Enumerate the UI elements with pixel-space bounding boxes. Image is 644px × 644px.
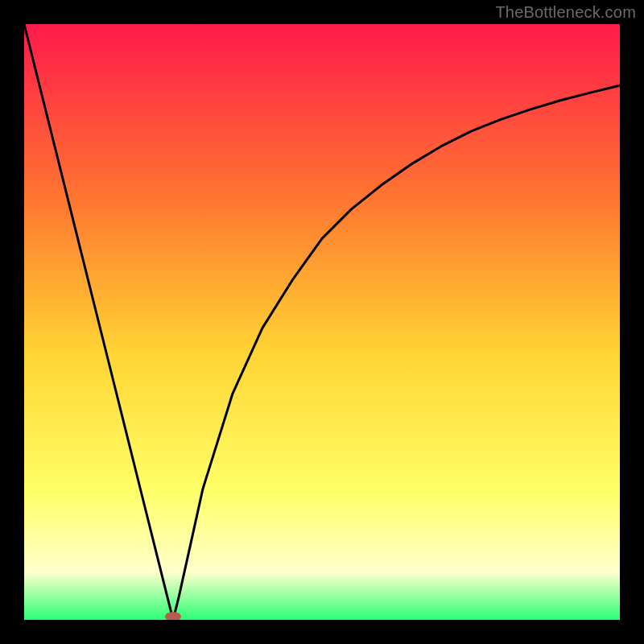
chart-frame: TheBottleneck.com	[0, 0, 644, 644]
gradient-background	[24, 24, 620, 620]
chart-svg	[24, 24, 620, 620]
plot-area	[24, 24, 620, 620]
attribution-label: TheBottleneck.com	[495, 3, 636, 22]
